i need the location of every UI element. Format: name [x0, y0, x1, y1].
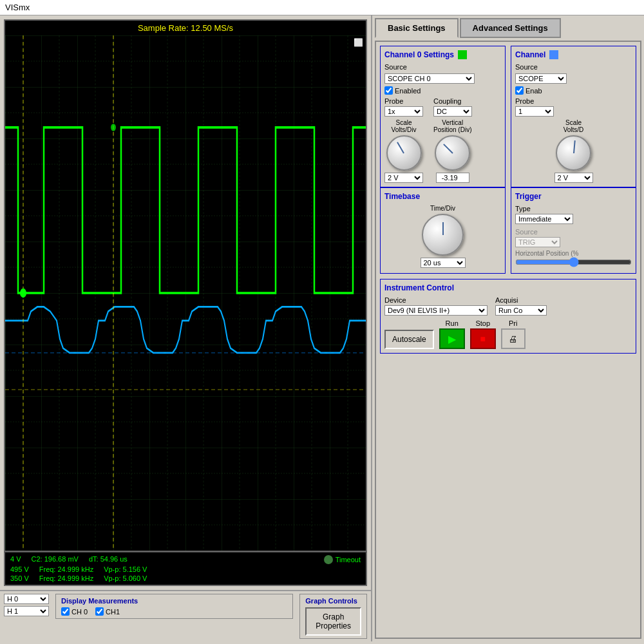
ch1-scale-select[interactable]: 2 V [554, 173, 593, 183]
acq-select[interactable]: Run Co [495, 305, 547, 316]
ch0-vertpos-knob[interactable] [435, 135, 470, 171]
print-col: Pri 🖨 [501, 319, 526, 349]
trigger-type-group: Type Immediate [515, 205, 632, 224]
ch0-source-select-row: SCOPE CH 0 [384, 73, 501, 84]
ch1-select[interactable]: H 1 [4, 606, 49, 616]
ch0-vertpos-label: VerticalPosition (Div) [433, 119, 471, 133]
sample-rate-label: Sample Rate: [138, 23, 189, 33]
tab-basic-label: Basic Settings [388, 23, 446, 33]
c1-val-row1: 4 V [10, 555, 21, 564]
timeout-label: Timeout [336, 556, 361, 564]
svg-point-10 [111, 124, 116, 131]
left-panel: Sample Rate: 12.50 MS/s ⬜ [0, 15, 372, 641]
ch0-probe-group: Probe 1x [384, 97, 423, 117]
autoscale-label: Autoscale [392, 335, 426, 344]
app-title: VISmx [5, 3, 30, 12]
trigger-source-label: Source [515, 228, 632, 236]
tab-basic-settings[interactable]: Basic Settings [375, 18, 459, 38]
channels-row: Channel 0 Settings Source SCOPE CH 0 Ena… [380, 46, 636, 187]
ch0-source-select[interactable]: SCOPE CH 0 [384, 73, 475, 84]
channel-1-box: Channel Source SCOPE Enab [511, 46, 636, 187]
maximize-icon[interactable]: ⬜ [354, 38, 363, 47]
ch0-vertpos-knob-line [443, 144, 453, 154]
title-bar: VISmx [0, 0, 644, 15]
settings-content: Channel 0 Settings Source SCOPE CH 0 Ena… [375, 41, 641, 639]
vpp2: Vp-p: 5.060 V [104, 574, 147, 582]
ch0-checkbox[interactable] [61, 607, 70, 616]
autoscale-button[interactable]: Autoscale [384, 330, 434, 349]
ch0-enabled[interactable]: Enabled [384, 86, 501, 95]
instrument-title: Instrument Control [384, 283, 632, 292]
tab-advanced-settings[interactable]: Advanced Settings [460, 18, 561, 38]
ch1-checkbox[interactable] [95, 607, 104, 616]
run-button[interactable]: ▶ [439, 328, 465, 349]
ch0-label: CH 0 [71, 608, 88, 616]
timebase-knob-line [442, 222, 444, 235]
trigger-type-select[interactable]: Immediate [515, 214, 573, 224]
vpp1: Vp-p: 5.156 V [104, 565, 147, 573]
bottom-controls: H 0 H 1 Display Measurements CH 0 [0, 590, 371, 641]
ch0-scale-group: ScaleVolts/Div 2 V [384, 119, 423, 183]
run-label: Run [446, 319, 459, 327]
ch0-scale-knob-line [397, 142, 404, 153]
c1-val-row3: 350 V [10, 574, 29, 582]
timebase-time-div-label: Time/Div [430, 205, 455, 212]
timebase-knob[interactable] [422, 214, 464, 256]
ch1-checkbox-label[interactable]: CH1 [95, 607, 120, 616]
ch0-source-row: Source [384, 63, 501, 71]
display-measurements-group: Display Measurements CH 0 CH1 [55, 594, 293, 619]
run-col: Run ▶ [439, 319, 465, 349]
ch0-scale-knob[interactable] [386, 135, 422, 171]
ch0-scale-select[interactable]: 2 V [384, 173, 423, 183]
sample-rate-value: 12.50 MS/s [191, 23, 233, 33]
graph-properties-button[interactable]: GraphProperties [305, 607, 361, 636]
measurements-bar: 4 V C2: 196.68 mV dT: 54.96 us Timeout 4… [4, 552, 367, 586]
ch0-select[interactable]: H 0 [4, 594, 49, 604]
ch1-enabled-label: Enab [526, 87, 542, 95]
channel-0-box: Channel 0 Settings Source SCOPE CH 0 Ena… [380, 46, 506, 187]
trigger-type-label: Type [515, 205, 632, 213]
ch0-enabled-checkbox[interactable] [384, 86, 393, 95]
scope-wrapper: Sample Rate: 12.50 MS/s ⬜ [0, 15, 371, 590]
ch0-vertpos-input[interactable] [436, 173, 469, 183]
trigger-source-select[interactable]: TRIG [515, 237, 560, 247]
ch0-probe-coupling: Probe 1x Coupling DC [384, 97, 501, 117]
ch1-source-select-row: SCOPE [515, 73, 632, 84]
channel-selects: H 0 H 1 [4, 594, 49, 616]
svg-point-9 [20, 289, 26, 298]
ch0-vertpos-group: VerticalPosition (Div) [433, 119, 471, 183]
ch1-source-row: Source [515, 63, 632, 71]
print-button[interactable]: 🖨 [501, 328, 526, 349]
horiz-pos-slider[interactable] [515, 257, 632, 267]
ch0-knob-row: ScaleVolts/Div 2 V VerticalPosition (Div… [384, 119, 501, 183]
timebase-title: Timebase [384, 192, 501, 201]
ch1-source-label: Source [515, 63, 541, 71]
ch0-title-text: Channel 0 Settings [384, 50, 454, 59]
ch1-source-select[interactable]: SCOPE [515, 73, 567, 84]
tabs-row: Basic Settings Advanced Settings [375, 18, 641, 38]
ch1-enabled-checkbox[interactable] [515, 86, 524, 95]
device-select[interactable]: Dev9 (NI ELVIS II+) [384, 305, 488, 316]
freq2: Freq: 24.999 kHz [39, 574, 93, 582]
stop-col: Stop ■ [470, 319, 496, 349]
timebase-value-select[interactable]: 20 us [421, 258, 466, 268]
ch1-probe-select[interactable]: 1 [515, 106, 554, 117]
ch1-enabled[interactable]: Enab [515, 86, 632, 95]
device-group: Device Dev9 (NI ELVIS II+) [384, 296, 488, 316]
trigger-source-group: Source TRIG [515, 228, 632, 247]
stop-label: Stop [475, 319, 490, 327]
ch0-coupling-group: Coupling DC [433, 97, 472, 117]
horiz-pos-row: Horizontal Position (% [515, 250, 632, 269]
ch0-coupling-select[interactable]: DC [433, 106, 472, 117]
ch0-probe-select[interactable]: 1x [384, 106, 423, 117]
ch0-vertpos-spin [436, 173, 469, 183]
stop-button[interactable]: ■ [470, 328, 496, 349]
ch0-scale-label: ScaleVolts/Div [392, 119, 417, 133]
timeout-indicator: Timeout [324, 555, 361, 564]
device-label: Device [384, 296, 488, 304]
ch0-checkbox-label[interactable]: CH 0 [61, 607, 88, 616]
ch1-probe-group: Probe 1 [515, 97, 632, 117]
ch1-scale-knob[interactable] [556, 135, 591, 171]
right-panel: Basic Settings Advanced Settings Channel… [372, 15, 644, 641]
tab-advanced-label: Advanced Settings [473, 23, 548, 33]
